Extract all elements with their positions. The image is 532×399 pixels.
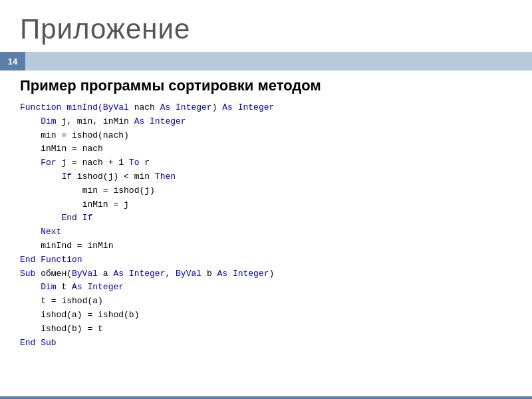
keyword-blue: For — [41, 158, 56, 168]
code-line: minInd = inMin — [20, 239, 512, 253]
code-text: ishod(a) = ishod(b) — [41, 310, 139, 320]
code-line: If ishod(j) < min Then — [20, 170, 512, 184]
keyword-blue: As Integer — [217, 269, 269, 279]
keyword-blue: As Integer — [72, 282, 124, 292]
code-line: ishod(a) = ishod(b) — [20, 309, 512, 323]
code-text: t = ishod(a) — [41, 296, 103, 306]
code-text: j = nach + 1 — [57, 158, 129, 168]
keyword-blue: To — [129, 158, 140, 168]
code-text: min = ishod(nach) — [41, 130, 129, 140]
code-line: inMin = nach — [20, 142, 512, 156]
keyword-blue: Function — [41, 255, 82, 265]
code-text: обмен( — [35, 269, 72, 279]
keyword-blue: Next — [41, 227, 61, 237]
keyword-blue: End — [20, 255, 35, 265]
keyword-blue: As Integer — [160, 102, 212, 112]
section-title: Пример программы сортировки методом — [20, 77, 512, 94]
code-line: Dim j, min, inMin As Integer — [20, 115, 512, 129]
keyword-blue: Sub — [41, 338, 56, 348]
code-line: For j = nach + 1 To r — [20, 156, 512, 170]
keyword-blue: ByVal — [72, 269, 98, 279]
code-text: nach — [129, 102, 160, 112]
code-text: , — [165, 269, 176, 279]
code-text: ) — [269, 269, 275, 279]
code-text — [77, 213, 82, 223]
code-text: min = ishod(j) — [82, 186, 155, 196]
slide-bar — [25, 52, 532, 70]
main-title: Приложение — [20, 13, 512, 45]
code-line: Function minInd(ByVal nach As Integer) A… — [20, 101, 512, 115]
code-line: End Sub — [20, 336, 512, 350]
code-line: inMin = j — [20, 198, 512, 212]
code-line: t = ishod(a) — [20, 295, 512, 309]
slide-number-bar: 14 — [0, 52, 532, 70]
keyword-blue: Then — [155, 172, 176, 182]
slide-number: 14 — [0, 52, 25, 70]
keyword-blue: ByVal — [176, 269, 201, 279]
keyword-blue: If — [61, 172, 72, 182]
keyword-blue: Function minInd( — [20, 102, 103, 112]
keyword-blue: End — [61, 213, 76, 223]
code-text: a — [98, 269, 113, 279]
keyword-blue: As Integer — [222, 102, 274, 112]
keyword-blue: End — [20, 338, 35, 348]
code-text: ishod(j) < min — [72, 172, 155, 182]
keyword-blue: Dim — [41, 282, 56, 292]
code-text: inMin = nach — [41, 144, 103, 154]
bottom-border — [0, 396, 532, 399]
code-line: ishod(b) = t — [20, 323, 512, 336]
code-text: j, min, inMin — [57, 116, 134, 126]
code-text: ) — [212, 102, 223, 112]
title-area: Приложение — [0, 0, 532, 52]
code-line: Dim t As Integer — [20, 281, 512, 295]
code-line: End Function — [20, 253, 512, 267]
code-text: t — [57, 282, 72, 292]
slide: Приложение 14 Пример программы сортировк… — [0, 0, 532, 399]
code-text: inMin = j — [82, 200, 129, 209]
code-line: min = ishod(nach) — [20, 129, 512, 143]
keyword-blue: Sub — [20, 269, 35, 279]
code-text: ishod(b) = t — [41, 324, 103, 334]
keyword-blue: Dim — [41, 116, 56, 126]
code-text: r — [139, 158, 150, 168]
keyword-blue: ByVal — [103, 102, 129, 112]
code-line: End If — [20, 211, 512, 225]
code-line: Sub обмен(ByVal a As Integer, ByVal b As… — [20, 267, 512, 281]
code-text: minInd = inMin — [41, 241, 113, 251]
code-block: Function minInd(ByVal nach As Integer) A… — [20, 101, 512, 350]
code-line: min = ishod(j) — [20, 184, 512, 198]
keyword-blue: If — [82, 213, 93, 223]
code-text: b — [201, 269, 217, 279]
code-line: Next — [20, 225, 512, 239]
content-area: Пример программы сортировки методом Func… — [0, 70, 532, 356]
keyword-blue: As Integer — [113, 269, 165, 279]
keyword-blue: As Integer — [134, 116, 186, 126]
